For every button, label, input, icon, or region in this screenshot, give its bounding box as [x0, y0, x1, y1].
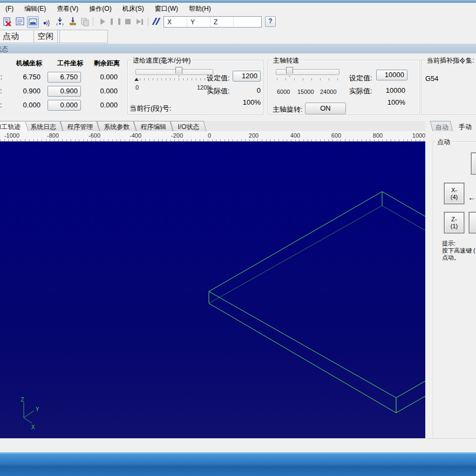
axis-z-glyph: Z [21, 396, 24, 403]
axis-x-row-label: X: [0, 73, 2, 81]
spindle-slider-thumb[interactable] [286, 67, 293, 77]
axis-input-box[interactable]: X Y Z [164, 16, 262, 28]
ruler-tick: -1000 [4, 132, 19, 139]
work-z-value-box[interactable]: 0.000 [47, 100, 81, 111]
menu-help[interactable]: 帮助(H) [183, 3, 216, 15]
toolbar-separator [148, 17, 148, 26]
spindle-actual-label: 实际值: [349, 86, 372, 96]
tab-auto[interactable]: 自动 [430, 121, 453, 131]
feed-tickstrip [140, 78, 212, 80]
jog-button-partial-right[interactable] [469, 212, 476, 233]
ruler-tick: -600 [89, 132, 100, 139]
tab-system-params[interactable]: 系统参数 [97, 121, 136, 131]
feed-group: 进给速度(毫米/分钟) 0 120% 设定值: 1200 实际值: 0 100%… [127, 60, 263, 114]
jog-button-z-minus[interactable]: Z-(1) [444, 212, 464, 233]
interp-value: G54 [425, 74, 439, 83]
blue-slash-icon[interactable] [152, 16, 162, 27]
message-box [59, 30, 108, 43]
status-panel-title: 状态 [0, 45, 8, 54]
play-icon [97, 16, 108, 27]
feed-set-label: 设定值: [207, 73, 230, 83]
hint-line-1: 提示: [442, 240, 455, 247]
trace-signal-icon[interactable] [42, 16, 52, 27]
menu-machine[interactable]: 机床(S) [117, 3, 149, 15]
menu-operate[interactable]: 操作(O) [84, 3, 117, 15]
feed-group-title: 进给速度(毫米/分钟) [131, 56, 192, 65]
work-y-value-box[interactable]: 0.900 [47, 86, 81, 97]
machine-x-value: 6.750 [13, 73, 40, 81]
trajectory-viewport[interactable]: Z Y X [0, 141, 425, 438]
wireframe-canvas: Z Y X [0, 141, 425, 438]
panel-splitter[interactable] [425, 121, 429, 445]
ruler-tick: 200 [249, 132, 259, 139]
menu-window[interactable]: 窗口(W) [149, 3, 183, 15]
spindle-actual-value: 10000 [379, 86, 405, 94]
axis-y-label: Y [187, 17, 210, 27]
tab-system-log[interactable]: 系统日志 [23, 121, 63, 131]
jog-button-x-minus[interactable]: X-(4) [444, 183, 464, 204]
spindle-tick-max: 24000 [320, 89, 337, 95]
menu-edit[interactable]: 编辑(E) [19, 3, 51, 15]
remain-z-value: 0.000 [91, 101, 118, 109]
feed-override-value: 100% [237, 98, 261, 106]
taskbar: e ▾ 巴威台风路径 搜索一下 [0, 452, 476, 476]
goto-position-icon[interactable] [55, 16, 65, 27]
feed-slider-track[interactable] [135, 69, 213, 75]
remain-dist-header: 剩余距离 [94, 59, 120, 68]
work-x-value-box[interactable]: 6.750 [47, 72, 81, 83]
spindle-set-value-box[interactable]: 10000 [376, 70, 407, 80]
spindle-slider-track[interactable] [276, 69, 339, 75]
feed-actual-value: 0 [247, 86, 261, 94]
jog-panel: 自动 手动 点动 X-(4) ← Z-(1) 提示: 按下高速键 ( 点动。 [429, 121, 476, 445]
help-icon[interactable]: ? [265, 16, 276, 27]
mode-row: 点动 空闲 [0, 29, 476, 44]
trajectory-ruler: -1000 -800 -600 -400 -200 0 200 400 600 … [0, 131, 425, 142]
menu-file[interactable]: (F) [0, 3, 19, 14]
spindle-tick-mid: 15000 [297, 89, 314, 95]
tool-down-icon[interactable] [67, 16, 78, 27]
jog-group-title: 点动 [436, 138, 452, 147]
tab-program-edit[interactable]: 程序编辑 [133, 121, 173, 131]
workpiece-wireframe [209, 192, 425, 413]
arrow-left-icon: ← [468, 193, 476, 202]
stop-icon [123, 16, 133, 27]
ruler-tick: 0 [208, 132, 211, 139]
tab-program-manage[interactable]: 程序管理 [60, 121, 99, 131]
ruler-tick: -400 [130, 132, 141, 139]
status-panel-header: 状态 [0, 44, 476, 54]
feed-set-value-box[interactable]: 1200 [233, 71, 261, 81]
spindle-group: 主轴转速 6000 15000 24000 设定值: 10000 实际值: 10… [268, 60, 420, 114]
machine-coord-header: 机械坐标 [16, 59, 42, 68]
copy-disabled-icon [79, 16, 90, 27]
feed-marker-icon [134, 78, 139, 81]
program-list-icon[interactable] [15, 16, 25, 27]
work-coord-header: 工件坐标 [57, 59, 83, 68]
control-panel-icon[interactable] [27, 16, 39, 28]
menu-view[interactable]: 查看(V) [51, 3, 84, 15]
menu-bar: (F) 编辑(E) 查看(V) 操作(O) 机床(S) 窗口(W) 帮助(H) [0, 3, 476, 15]
spindle-rotate-label: 主轴旋转: [273, 105, 303, 114]
feed-slider-thumb[interactable] [175, 67, 182, 77]
view-tab-bar: 加工轨迹 系统日志 程序管理 系统参数 程序编辑 I/O状态 [0, 121, 425, 131]
axis-triad-icon [24, 402, 34, 423]
feed-actual-label: 实际值: [207, 86, 230, 96]
tab-trajectory[interactable]: 加工轨迹 [0, 121, 29, 131]
spindle-on-button[interactable]: ON [305, 103, 346, 114]
ruler-tick: 600 [331, 132, 341, 139]
jog-button-partial-top[interactable] [471, 153, 476, 174]
ruler-tick: -800 [47, 132, 59, 139]
remain-y-value: 0.000 [91, 87, 118, 95]
tab-manual[interactable]: 手动 [455, 121, 475, 131]
tab-io-status[interactable]: I/O状态 [170, 121, 206, 131]
spindle-group-title: 主轴转速 [271, 56, 301, 65]
ruler-tick: 1000 [412, 132, 425, 139]
axis-y-row-label: Y: [0, 87, 2, 95]
state-indicator: 空闲 [33, 30, 58, 43]
spindle-tick-min: 6000 [277, 89, 290, 95]
axis-x-label: X [164, 17, 187, 27]
feed-min-label: 0 [135, 84, 139, 91]
machine-y-value: 0.900 [13, 87, 40, 95]
toolbar: X Y Z ? [0, 15, 476, 29]
close-file-icon[interactable] [2, 16, 12, 27]
ruler-tick: 400 [290, 132, 300, 139]
